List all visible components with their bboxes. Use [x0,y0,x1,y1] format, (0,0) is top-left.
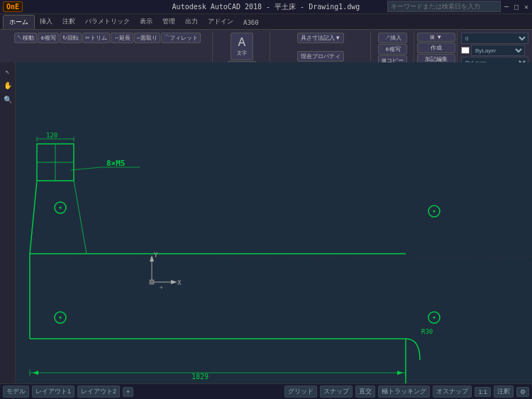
btn-clipboard-copy[interactable]: ⊕複写 [378,44,407,55]
ribbon-tab-output[interactable]: 出力 [180,14,203,29]
color-swatch [461,47,470,54]
btn-add-layout[interactable]: + [123,387,133,397]
color-select[interactable]: ByLayer [471,45,525,56]
ribbon-tab-insert[interactable]: 挿入 [35,14,57,29]
btn-annotation-scale[interactable]: 注釈 [494,386,514,398]
btn-fillet[interactable]: ⌒フィレット [161,33,201,43]
svg-text:X: X [177,279,182,286]
btn-paste[interactable]: ↗挿入 [378,33,407,43]
svg-rect-2 [16,62,532,383]
btn-text[interactable]: A 文字 [231,33,253,60]
app-logo: OnE [3,1,23,12]
btn-grid[interactable]: グリッド [284,386,317,398]
svg-text:R30: R30 [421,328,433,335]
btn-ortho[interactable]: 直交 [355,386,375,398]
svg-point-23 [433,210,436,213]
btn-move[interactable]: ↖移動 [14,33,37,43]
btn-workspace[interactable]: ⚙ [516,387,529,397]
title-text: Autodesk AutoCAD 2018 - 平土床 - Drawing1.d… [172,2,360,12]
svg-text:8×M5: 8×M5 [106,159,126,168]
tool-select[interactable]: ↖ [1,65,14,78]
svg-text:120: 120 [46,132,57,139]
ribbon-tab-manage[interactable]: 管理 [157,14,180,29]
left-toolbar: ↖ ✋ 🔍 [0,62,16,383]
btn-trim[interactable]: ✂トリム [82,33,110,43]
svg-text:Y: Y [154,252,158,259]
tab-layout1[interactable]: レイアウト1 [32,386,74,398]
layer-select[interactable]: 0 [461,33,528,44]
btn-rotate[interactable]: ↻回転 [60,33,82,43]
cad-canvas[interactable]: 120 8×M5 R30 1829 Y X [16,62,532,383]
ribbon-tab-addin[interactable]: アドイン [203,14,238,29]
svg-rect-41 [150,280,154,284]
btn-measure-dims[interactable]: 具さ寸法記入▼ [297,33,344,43]
btn-osnap[interactable]: オスナップ [433,386,472,398]
btn-block-insert[interactable]: ⊞ ▼ [417,33,455,42]
btn-polar[interactable]: 極トラッキング [378,386,430,398]
close-icon[interactable]: ✕ [522,3,531,11]
btn-chamfer[interactable]: ⌐面取り [134,33,160,43]
svg-point-21 [60,207,62,209]
tool-pan[interactable]: ✋ [1,79,14,92]
text-icon: A [238,36,245,49]
ribbon-tab-view[interactable]: 表示 [135,14,157,29]
tool-zoom[interactable]: 🔍 [1,94,14,106]
search-input[interactable] [387,1,501,12]
svg-point-27 [433,317,436,319]
btn-snap[interactable]: スナップ [320,386,353,398]
svg-text:+: + [160,284,163,291]
ribbon-tab-home[interactable]: ホーム [3,15,35,29]
btn-properties[interactable]: 現在プロパティ [297,51,344,62]
tab-layout2[interactable]: レイアウト2 [77,386,120,398]
ribbon-tab-parametric[interactable]: パラメトリック [80,14,135,29]
btn-extend[interactable]: ↔延長 [111,33,133,43]
svg-point-25 [60,317,62,319]
minimize-icon[interactable]: ─ [502,3,511,11]
btn-zoom-level[interactable]: 1:1 [475,387,491,397]
btn-block-create[interactable]: 作成 [417,43,455,53]
status-bar: モデル レイアウト1 レイアウト2 + グリッド スナップ 直交 極トラッキング… [0,383,532,399]
ribbon-tab-annotate[interactable]: 注釈 [57,14,80,29]
tab-model[interactable]: モデル [3,386,29,398]
btn-copy[interactable]: ⊕複写 [38,33,59,43]
svg-text:1829: 1829 [192,373,209,381]
ribbon-tab-a360[interactable]: A360 [238,16,264,29]
maximize-icon[interactable]: □ [512,3,521,11]
